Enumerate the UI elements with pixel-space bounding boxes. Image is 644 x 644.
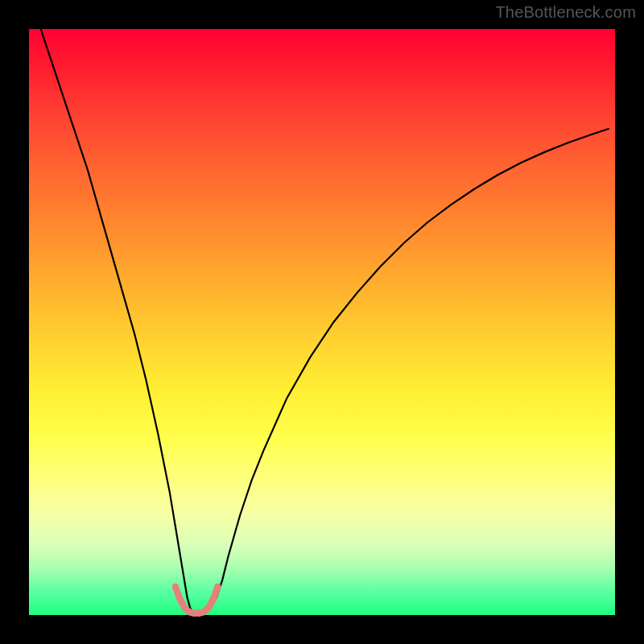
basin-marker-dot (205, 605, 212, 611)
chart-frame: TheBottleneck.com (0, 0, 644, 644)
basin-marker-dot (177, 597, 184, 603)
basin-marker-dot (172, 584, 179, 590)
watermark-text: TheBottleneck.com (495, 3, 636, 22)
plot-area (29, 29, 615, 615)
chart-svg (29, 29, 615, 615)
basin-marker-dot (209, 597, 216, 603)
basin-marker-dot (214, 584, 221, 590)
basin-markers-group (172, 584, 221, 617)
bottleneck-curve (41, 29, 609, 614)
